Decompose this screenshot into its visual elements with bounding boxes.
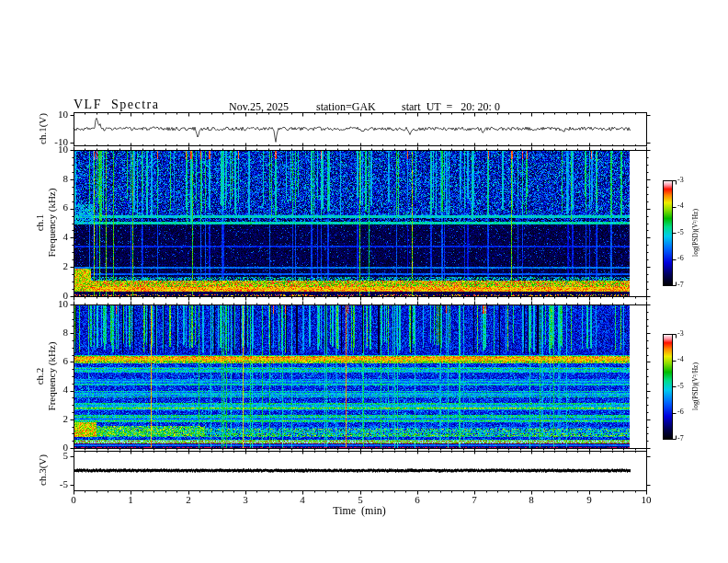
ch3-voltage-ylabel: ch.3(V): [37, 454, 49, 486]
figure-date: Nov.25, 2025: [229, 101, 289, 112]
cbar2-tick: -7: [677, 435, 696, 442]
xtick: 10: [632, 495, 660, 505]
ch1v-ytick: 10: [48, 109, 68, 120]
spec1-ytick: 6: [48, 202, 68, 213]
xtick: 0: [60, 495, 87, 505]
spec2-ytick: 10: [48, 299, 68, 309]
plot-canvas: [0, 0, 728, 563]
xtick: 3: [232, 495, 259, 505]
xtick: 9: [575, 495, 603, 505]
ch2-spec-ylabel: ch.2 Frequency (kHz): [34, 342, 57, 411]
ch1-voltage-ylabel: ch.1(V): [37, 113, 49, 144]
xaxis-label: Time (min): [323, 505, 396, 516]
cbar1-label: log(PSD)(V²/Hz): [692, 209, 700, 257]
xtick: 6: [404, 495, 431, 505]
spec1-ytick: 4: [48, 232, 68, 242]
spec1-ytick: 10: [48, 144, 68, 155]
spec2-ytick: 2: [48, 414, 68, 424]
spec1-ytick: 8: [48, 174, 68, 184]
ch1-spec-ylabel: ch.1 Frequency (kHz): [34, 189, 57, 258]
figure-title: VLF Spectra: [74, 98, 159, 111]
xtick: 8: [518, 495, 545, 505]
figure-start-ut: start UT = 20: 20: 0: [402, 101, 500, 112]
ch3-ytick: -5: [48, 479, 68, 489]
cbar1-tick: -3: [677, 177, 696, 184]
spec1-ytick: 2: [48, 261, 68, 271]
ch2-spec-ylabel-channel: ch.2: [34, 342, 46, 411]
xtick: 1: [117, 495, 144, 505]
cbar2-tick: -3: [677, 330, 696, 338]
cbar1-tick: -7: [677, 282, 696, 289]
xtick: 4: [289, 495, 316, 505]
cbar2-label: log(PSD)(V²/Hz): [692, 362, 700, 410]
spec2-ytick: 6: [48, 356, 68, 366]
xtick: 2: [175, 495, 202, 505]
spec2-ytick: 8: [48, 327, 68, 338]
ch1-spec-ylabel-axis: Frequency (kHz): [46, 189, 58, 258]
figure-station: station=GAK: [316, 101, 376, 112]
ch3-ytick: 5: [48, 451, 68, 461]
spec2-ytick: 4: [48, 385, 68, 395]
ch2-spec-ylabel-axis: Frequency (kHz): [46, 342, 58, 411]
xtick: 7: [461, 495, 488, 505]
vlf-spectra-figure: VLF Spectra Nov.25, 2025 station=GAK sta…: [0, 0, 728, 563]
ch1-spec-ylabel-channel: ch.1: [34, 189, 46, 258]
